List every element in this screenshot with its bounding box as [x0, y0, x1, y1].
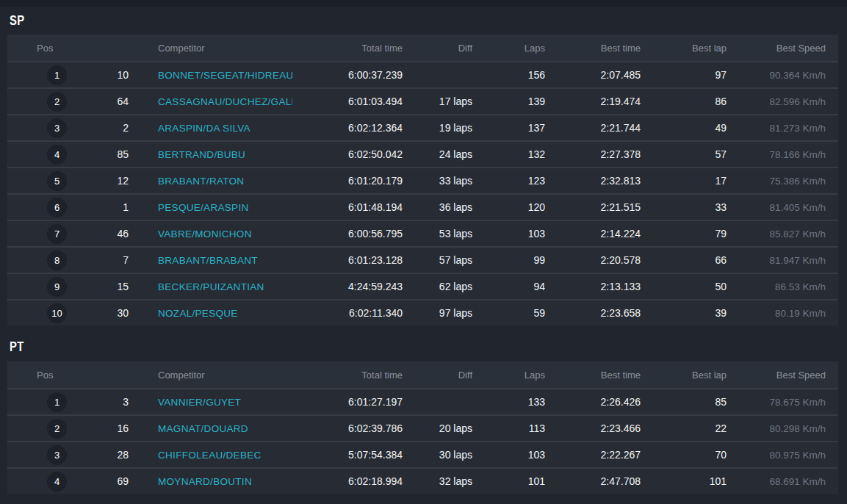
- results-table: PosCompetitorTotal timeDiffLapsBest time…: [7, 35, 838, 325]
- competitor-link[interactable]: MOYNARD/BOUTIN: [158, 476, 252, 487]
- column-header-best-time: Best time: [545, 361, 641, 389]
- table-row: 110BONNET/SEGEAT/HIDREAU6:00:37.2391562:…: [7, 62, 838, 88]
- cell-pos: 3: [7, 442, 107, 468]
- cell-laps: 139: [472, 88, 545, 115]
- column-header-competitor: Competitor: [129, 35, 292, 62]
- cell-diff: 97 laps: [403, 300, 472, 325]
- competitor-link[interactable]: VANNIER/GUYET: [158, 397, 241, 408]
- competitor-link[interactable]: BONNET/SEGEAT/HIDREAU: [158, 70, 292, 81]
- competitor-link[interactable]: NOZAL/PESQUE: [158, 308, 238, 319]
- cell-pos: 3: [7, 115, 107, 141]
- cell-laps: 113: [472, 415, 545, 442]
- cell-num: 7: [107, 247, 129, 273]
- cell-num: 12: [107, 168, 129, 194]
- cell-best-lap: 50: [641, 273, 727, 300]
- cell-laps: 133: [472, 389, 545, 415]
- results-table: PosCompetitorTotal timeDiffLapsBest time…: [7, 361, 838, 494]
- cell-competitor: CASSAGNAU/DUCHEZ/GALLATO: [129, 88, 292, 115]
- cell-competitor: BRABANT/BRABANT: [129, 247, 292, 273]
- position-badge: 2: [47, 92, 67, 112]
- cell-best-time: 2:21.515: [545, 194, 641, 220]
- cell-competitor: ARASPIN/DA SILVA: [129, 115, 292, 141]
- cell-diff: [403, 62, 472, 88]
- column-header-diff: Diff: [403, 361, 472, 389]
- competitor-link[interactable]: BRABANT/RATON: [158, 176, 244, 187]
- cell-diff: 36 laps: [403, 194, 472, 220]
- cell-total-time: 6:01:20.179: [292, 168, 403, 194]
- cell-pos: 9: [7, 273, 107, 300]
- competitor-link[interactable]: PESQUE/ARASPIN: [158, 202, 249, 213]
- position-badge: 9: [47, 277, 67, 297]
- table-row: 512BRABANT/RATON6:01:20.17933 laps1232:3…: [7, 168, 838, 194]
- cell-pos: 8: [7, 247, 107, 273]
- table-row: 915BECKER/PUIZANTIAN4:24:59.24362 laps94…: [7, 273, 838, 300]
- cell-total-time: 6:02:11.340: [292, 300, 403, 325]
- cell-laps: 120: [472, 194, 545, 220]
- cell-best-time: 2:07.485: [545, 62, 641, 88]
- column-header-num: [107, 35, 129, 62]
- cell-diff: 53 laps: [403, 220, 472, 247]
- cell-total-time: 6:01:23.128: [292, 247, 403, 273]
- column-header-laps: Laps: [472, 361, 545, 389]
- position-badge: 5: [47, 171, 67, 191]
- position-badge: 10: [47, 303, 67, 323]
- cell-num: 1: [107, 194, 129, 220]
- cell-competitor: MAGNAT/DOUARD: [129, 415, 292, 442]
- cell-competitor: PESQUE/ARASPIN: [129, 194, 292, 220]
- column-header-total-time: Total time: [292, 35, 403, 62]
- cell-total-time: 6:00:56.795: [292, 220, 403, 247]
- cell-diff: 20 laps: [403, 415, 472, 442]
- competitor-link[interactable]: BECKER/PUIZANTIAN: [158, 281, 264, 292]
- competitor-link[interactable]: BRABANT/BRABANT: [158, 255, 258, 266]
- cell-best-time: 2:13.133: [545, 273, 641, 300]
- competitor-link[interactable]: MAGNAT/DOUARD: [158, 423, 248, 434]
- position-badge: 1: [47, 65, 67, 85]
- cell-best-time: 2:27.378: [545, 141, 641, 168]
- cell-total-time: 6:02:39.786: [292, 415, 403, 442]
- column-header-laps: Laps: [472, 35, 545, 62]
- cell-num: 16: [107, 415, 129, 442]
- cell-num: 69: [107, 468, 129, 494]
- cell-diff: 57 laps: [403, 247, 472, 273]
- competitor-link[interactable]: ARASPIN/DA SILVA: [158, 123, 251, 134]
- cell-pos: 1: [7, 389, 107, 415]
- cell-best-time: 2:32.813: [545, 168, 641, 194]
- cell-best-speed: 75.386 Km/h: [727, 168, 838, 194]
- cell-best-lap: 97: [641, 62, 727, 88]
- cell-laps: 94: [472, 273, 545, 300]
- table-row: 469MOYNARD/BOUTIN6:02:18.99432 laps1012:…: [7, 468, 838, 494]
- cell-pos: 5: [7, 168, 107, 194]
- cell-num: 28: [107, 442, 129, 468]
- competitor-link[interactable]: BERTRAND/BUBU: [158, 149, 245, 160]
- cell-competitor: BONNET/SEGEAT/HIDREAU: [129, 62, 292, 88]
- cell-best-time: 2:14.224: [545, 220, 641, 247]
- cell-num: 85: [107, 141, 129, 168]
- cell-laps: 99: [472, 247, 545, 273]
- table-row: 264CASSAGNAU/DUCHEZ/GALLATO6:01:03.49417…: [7, 88, 838, 115]
- cell-best-time: 2:26.426: [545, 389, 641, 415]
- cell-laps: 123: [472, 168, 545, 194]
- table-row: 216MAGNAT/DOUARD6:02:39.78620 laps1132:2…: [7, 415, 838, 442]
- cell-laps: 103: [472, 220, 545, 247]
- column-header-competitor: Competitor: [129, 361, 292, 389]
- competitor-link[interactable]: CHIFFOLEAU/DEBEC: [158, 450, 262, 461]
- table-row: 746VABRE/MONICHON6:00:56.79553 laps1032:…: [7, 220, 838, 247]
- column-header-best-lap: Best lap: [641, 35, 727, 62]
- cell-num: 3: [107, 389, 129, 415]
- cell-total-time: 6:01:48.194: [292, 194, 403, 220]
- cell-best-lap: 79: [641, 220, 727, 247]
- competitor-link[interactable]: CASSAGNAU/DUCHEZ/GALLATO: [158, 96, 292, 107]
- cell-competitor: BECKER/PUIZANTIAN: [129, 273, 292, 300]
- cell-num: 2: [107, 115, 129, 141]
- competitor-link[interactable]: VABRE/MONICHON: [158, 228, 252, 240]
- cell-pos: 4: [7, 141, 107, 168]
- cell-num: 10: [107, 62, 129, 88]
- cell-best-lap: 85: [641, 389, 727, 415]
- cell-best-speed: 82.596 Km/h: [727, 88, 838, 115]
- cell-competitor: VANNIER/GUYET: [129, 389, 292, 415]
- cell-best-time: 2:21.744: [545, 115, 641, 141]
- position-badge: 2: [47, 419, 67, 439]
- cell-num: 15: [107, 273, 129, 300]
- cell-diff: [403, 389, 472, 415]
- cell-best-lap: 57: [641, 141, 727, 168]
